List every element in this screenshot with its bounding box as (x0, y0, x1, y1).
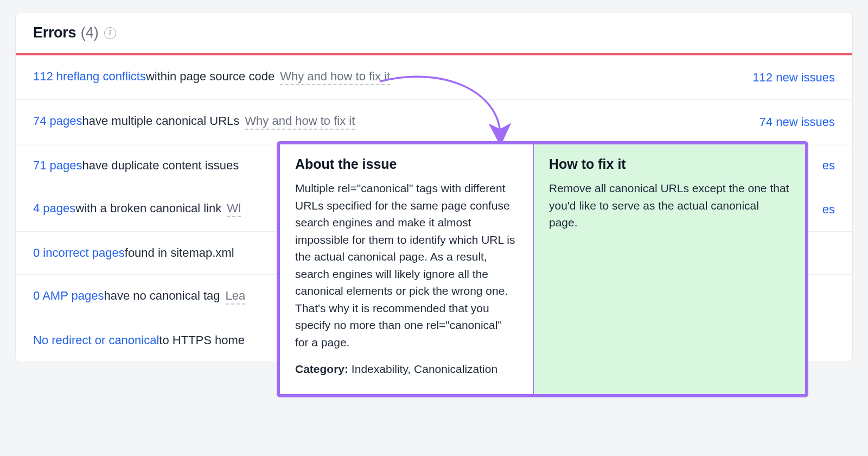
issue-rest: have duplicate content issues (82, 159, 239, 173)
panel-title-text: Errors (33, 24, 76, 41)
issue-link[interactable]: 71 pages (33, 159, 82, 173)
issue-left: 0 incorrect pages found in sitemap.xml (33, 246, 234, 260)
issue-rest: have no canonical tag (104, 289, 220, 303)
fix-body: Remove all canonical URLs except the one… (549, 180, 790, 231)
about-heading: About the issue (295, 156, 518, 172)
new-issues-link[interactable]: 74 new issues (760, 115, 835, 129)
fix-heading: How to fix it (549, 156, 790, 172)
issue-row[interactable]: 74 pages have multiple canonical URLs Wh… (16, 100, 852, 144)
fix-column: How to fix it Remove all canonical URLs … (534, 144, 805, 394)
new-issues-link[interactable]: 112 new issues (752, 71, 835, 85)
issue-left: 74 pages have multiple canonical URLs Wh… (33, 114, 355, 130)
why-and-how-link[interactable]: Wl (227, 201, 241, 217)
info-icon[interactable]: i (104, 27, 116, 39)
issue-link[interactable]: 74 pages (33, 114, 82, 128)
issue-rest: with a broken canonical link (75, 201, 221, 216)
about-column: About the issue Multiple rel="canonical"… (280, 144, 534, 394)
issue-left: 71 pages have duplicate content issues (33, 159, 239, 173)
issue-rest: to HTTPS home (159, 333, 245, 347)
issue-link[interactable]: 4 pages (33, 201, 75, 216)
issue-link[interactable]: 112 hreflang conflicts (33, 69, 146, 84)
issue-left: No redirect or canonical to HTTPS home (33, 333, 245, 347)
issue-link[interactable]: 0 incorrect pages (33, 246, 125, 260)
issue-detail-popup: About the issue Multiple rel="canonical"… (277, 141, 808, 397)
category-label: Category: (295, 363, 348, 375)
issue-rest: found in sitemap.xml (125, 246, 234, 260)
issue-left: 4 pages with a broken canonical link Wl (33, 201, 241, 217)
category-value: Indexability, Canonicalization (348, 363, 497, 375)
issue-rest: within page source code (146, 69, 275, 84)
why-and-how-link[interactable]: Why and how to fix it (280, 69, 390, 85)
issue-left: 112 hreflang conflicts within page sourc… (33, 69, 390, 85)
issue-rest: have multiple canonical URLs (82, 114, 240, 128)
why-and-how-link[interactable]: Why and how to fix it (245, 114, 355, 130)
panel-title: Errors (4) (33, 24, 99, 41)
issue-left: 0 AMP pages have no canonical tag Lea (33, 289, 245, 305)
issue-row[interactable]: 112 hreflang conflicts within page sourc… (16, 55, 852, 100)
issue-link[interactable]: No redirect or canonical (33, 333, 159, 347)
new-issues-link[interactable]: es (822, 159, 835, 173)
issue-link[interactable]: 0 AMP pages (33, 289, 104, 303)
category-line: Category: Indexability, Canonicalization (295, 360, 518, 378)
why-and-how-link[interactable]: Lea (226, 289, 246, 305)
panel-header: Errors (4) i (16, 12, 852, 53)
new-issues-link[interactable]: es (822, 202, 835, 217)
about-body: Multiple rel="canonical" tags with diffe… (295, 180, 518, 351)
panel-count: (4) (81, 24, 99, 41)
